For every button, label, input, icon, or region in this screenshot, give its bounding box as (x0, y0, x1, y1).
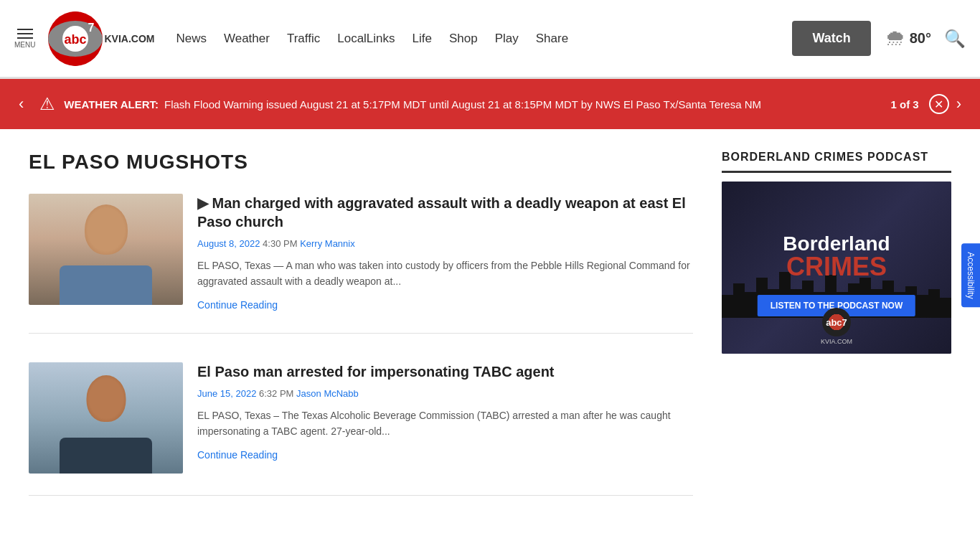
main-nav: News Weather Traffic LocalLinks Life Sho… (176, 32, 792, 46)
menu-label: MENU (14, 41, 35, 49)
nav-locallinks[interactable]: LocalLinks (337, 32, 395, 46)
continue-reading-link[interactable]: Continue Reading (197, 299, 278, 311)
article-meta: June 15, 2022 6:32 PM Jason McNabb (197, 388, 693, 399)
weather-icon: 🌨 (885, 27, 905, 50)
nav-news[interactable]: News (176, 32, 207, 46)
weather-widget: 🌨 80° (885, 27, 931, 50)
article-info: ▶ Man charged with aggravated assault wi… (197, 194, 693, 311)
sidebar-title: BORDERLAND CRIMES PODCAST (722, 151, 951, 173)
podcast-crimes: CRIMES (783, 254, 890, 280)
search-button[interactable]: 🔍 (944, 29, 966, 49)
warning-icon: ⚠ (39, 94, 55, 114)
article-author[interactable]: Kerry Mannix (300, 238, 355, 249)
main-container: EL PASO MUGSHOTS ▶ Man charged with aggr… (0, 129, 980, 546)
article-date: August 8, 2022 (197, 238, 260, 249)
temperature: 80° (910, 30, 931, 47)
alert-count: 1 of 3 (890, 98, 918, 110)
content-area: EL PASO MUGSHOTS ▶ Man charged with aggr… (29, 151, 693, 524)
article-thumbnail (29, 362, 183, 474)
site-header: MENU abc 7 KVIA.COM News Weather Traffic… (0, 0, 980, 79)
play-icon: ▶ (197, 195, 208, 211)
nav-share[interactable]: Share (536, 32, 568, 46)
article-card: El Paso man arrested for impersonating T… (29, 362, 693, 496)
article-title[interactable]: El Paso man arrested for impersonating T… (197, 362, 693, 381)
alert-banner: ‹ ⚠ WEATHER ALERT: Flash Flood Warning i… (0, 79, 980, 129)
nav-traffic[interactable]: Traffic (287, 32, 320, 46)
podcast-abc-logo: abc7 KVIA.COM (821, 308, 852, 345)
article-excerpt: EL PASO, Texas – The Texas Alcoholic Bev… (197, 408, 693, 440)
article-time: 4:30 PM (263, 238, 297, 249)
sidebar: BORDERLAND CRIMES PODCAST Borderland CRI… (722, 151, 951, 524)
article-info: El Paso man arrested for impersonating T… (197, 362, 693, 474)
podcast-title-text: Borderland CRIMES (783, 234, 890, 280)
article-card: ▶ Man charged with aggravated assault wi… (29, 194, 693, 334)
abc-logo-circle: abc7 (822, 308, 851, 336)
continue-reading-link[interactable]: Continue Reading (197, 449, 278, 461)
article-date: June 15, 2022 (197, 388, 256, 399)
article-title[interactable]: ▶ Man charged with aggravated assault wi… (197, 194, 693, 231)
menu-button[interactable]: MENU (14, 29, 35, 49)
alert-next-button[interactable]: › (949, 89, 969, 119)
svg-text:abc: abc (65, 32, 87, 47)
alert-label: WEATHER ALERT: (64, 98, 159, 110)
article-author[interactable]: Jason McNabb (296, 388, 359, 399)
nav-shop[interactable]: Shop (449, 32, 478, 46)
nav-play[interactable]: Play (495, 32, 519, 46)
abc-kvia-text: KVIA.COM (821, 338, 852, 345)
nav-life[interactable]: Life (413, 32, 432, 46)
page-title: EL PASO MUGSHOTS (29, 151, 693, 174)
site-name: KVIA.COM (104, 33, 154, 44)
watch-button[interactable]: Watch (792, 21, 870, 56)
alert-close-button[interactable]: ✕ (929, 94, 949, 114)
alert-prev-button[interactable]: ‹ (11, 89, 31, 119)
site-logo[interactable]: abc 7 KVIA.COM (47, 10, 154, 67)
svg-text:7: 7 (88, 22, 95, 34)
search-icon: 🔍 (944, 29, 966, 48)
alert-text: Flash Flood Warning issued August 21 at … (164, 97, 881, 112)
podcast-brand: Borderland (783, 234, 890, 254)
article-time: 6:32 PM (259, 388, 293, 399)
nav-weather[interactable]: Weather (224, 32, 270, 46)
accessibility-button[interactable]: Accessibility (961, 243, 980, 307)
article-meta: August 8, 2022 4:30 PM Kerry Mannix (197, 238, 693, 249)
article-thumbnail (29, 194, 183, 305)
podcast-image[interactable]: Borderland CRIMES LISTEN TO THE PODCAST … (722, 182, 951, 354)
article-excerpt: EL PASO, Texas — A man who was taken int… (197, 258, 693, 290)
hamburger-icon (17, 29, 33, 39)
